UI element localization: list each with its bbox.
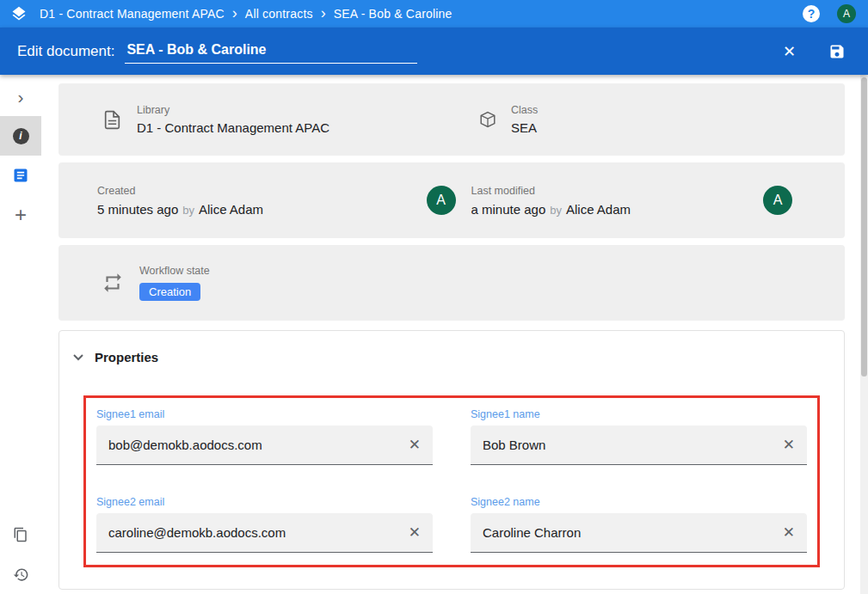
signee2-name-inputbox[interactable]: ✕: [471, 513, 807, 553]
workflow-state-card: Workflow state Creation: [58, 245, 845, 321]
breadcrumb-item-library[interactable]: D1 - Contract Management APAC: [40, 7, 225, 21]
save-icon[interactable]: [828, 43, 846, 60]
library-document-icon: [102, 109, 123, 131]
workflow-loop-icon: [102, 272, 124, 294]
vertical-scrollbar[interactable]: [860, 75, 868, 594]
breadcrumb: D1 - Contract Management APAC › All cont…: [40, 5, 452, 22]
document-title-input[interactable]: [125, 40, 417, 64]
field-signee1-name: Signee1 name ✕: [471, 408, 807, 465]
field-signee2-name: Signee2 name ✕: [471, 496, 807, 553]
highlighted-fields-region: Signee1 email ✕ Signee1 name ✕: [83, 395, 820, 567]
properties-card: Properties Signee1 email ✕ Signee1 name: [58, 330, 845, 590]
modified-user-avatar: A: [763, 186, 792, 215]
chevron-right-icon: ›: [321, 5, 326, 22]
field-label: Signee2 name: [471, 496, 807, 508]
chevron-right-icon: ›: [232, 5, 237, 22]
signee1-name-inputbox[interactable]: ✕: [471, 426, 807, 465]
modified-by: by: [550, 204, 562, 217]
properties-section-title: Properties: [95, 350, 158, 364]
top-app-bar: D1 - Contract Management APAC › All cont…: [0, 0, 868, 28]
properties-section-toggle[interactable]: Properties: [59, 350, 844, 364]
document-panel: Library D1 - Contract Management APAC Cl…: [41, 75, 868, 594]
created-modified-card: Created 5 minutes agobyAlice Adam A Last…: [58, 162, 845, 238]
created-block: Created 5 minutes agobyAlice Adam A: [58, 162, 471, 238]
field-signee2-email: Signee2 email ✕: [96, 496, 433, 553]
signee1-email-input[interactable]: [108, 438, 400, 452]
breadcrumb-item-document: SEA - Bob & Caroline: [334, 7, 452, 21]
clear-icon[interactable]: ✕: [774, 436, 795, 454]
library-label: Library: [137, 104, 329, 116]
scrollbar-thumb[interactable]: [861, 77, 867, 377]
class-block: Class SEA: [468, 83, 845, 156]
modified-user: Alice Adam: [566, 202, 631, 217]
clear-icon[interactable]: ✕: [774, 524, 795, 542]
sidebar-item-history[interactable]: [0, 554, 41, 594]
chevron-down-icon: [73, 354, 83, 361]
signee2-email-input[interactable]: [108, 525, 400, 540]
left-sidebar: › i +: [0, 75, 41, 594]
sidebar-item-info[interactable]: i: [0, 116, 41, 156]
article-icon: [12, 167, 29, 184]
user-avatar[interactable]: A: [837, 4, 856, 23]
field-label: Signee1 name: [471, 408, 807, 420]
history-icon: [13, 566, 29, 583]
main-area: › i + Library D1 - Contract Management A…: [0, 75, 868, 594]
copy-icon: [13, 527, 28, 542]
created-label: Created: [97, 185, 263, 197]
signee2-name-input[interactable]: [483, 525, 774, 540]
modified-time: a minute ago: [471, 202, 546, 217]
field-signee1-email: Signee1 email ✕: [96, 408, 433, 465]
clear-icon[interactable]: ✕: [400, 436, 421, 454]
class-label: Class: [511, 104, 538, 116]
modified-label: Last modified: [471, 185, 631, 197]
library-value: D1 - Contract Management APAC: [137, 120, 329, 135]
created-by: by: [182, 204, 194, 217]
close-icon[interactable]: ✕: [783, 42, 796, 61]
sidebar-expand-button[interactable]: ›: [0, 77, 41, 116]
signee1-name-input[interactable]: [483, 438, 774, 452]
breadcrumb-item-view[interactable]: All contracts: [245, 7, 313, 21]
sidebar-item-add[interactable]: +: [0, 195, 41, 235]
info-icon: i: [13, 128, 29, 144]
field-label: Signee2 email: [96, 496, 433, 508]
chevron-right-icon: ›: [18, 88, 24, 106]
library-class-card: Library D1 - Contract Management APAC Cl…: [58, 83, 845, 156]
library-block: Library D1 - Contract Management APAC: [58, 83, 468, 156]
signee1-email-inputbox[interactable]: ✕: [96, 426, 433, 465]
workflow-state-label: Workflow state: [139, 265, 210, 277]
help-icon[interactable]: ?: [803, 5, 820, 22]
created-user: Alice Adam: [199, 202, 263, 217]
clear-icon[interactable]: ✕: [400, 524, 421, 542]
field-label: Signee1 email: [96, 408, 433, 420]
workflow-state-chip[interactable]: Creation: [139, 283, 200, 301]
edit-document-header: Edit document: ✕: [0, 28, 868, 75]
sidebar-item-copy[interactable]: [0, 515, 41, 554]
created-time: 5 minutes ago: [97, 202, 178, 217]
plus-icon: +: [15, 203, 27, 227]
class-icon: [478, 110, 497, 129]
edit-document-label: Edit document:: [17, 43, 114, 60]
aodocs-logo-icon[interactable]: [10, 5, 28, 22]
created-user-avatar: A: [427, 186, 456, 215]
signee2-email-inputbox[interactable]: ✕: [96, 513, 433, 553]
sidebar-item-document[interactable]: [0, 156, 41, 195]
modified-block: Last modified a minute agobyAlice Adam A: [471, 162, 846, 238]
class-value: SEA: [511, 120, 538, 135]
